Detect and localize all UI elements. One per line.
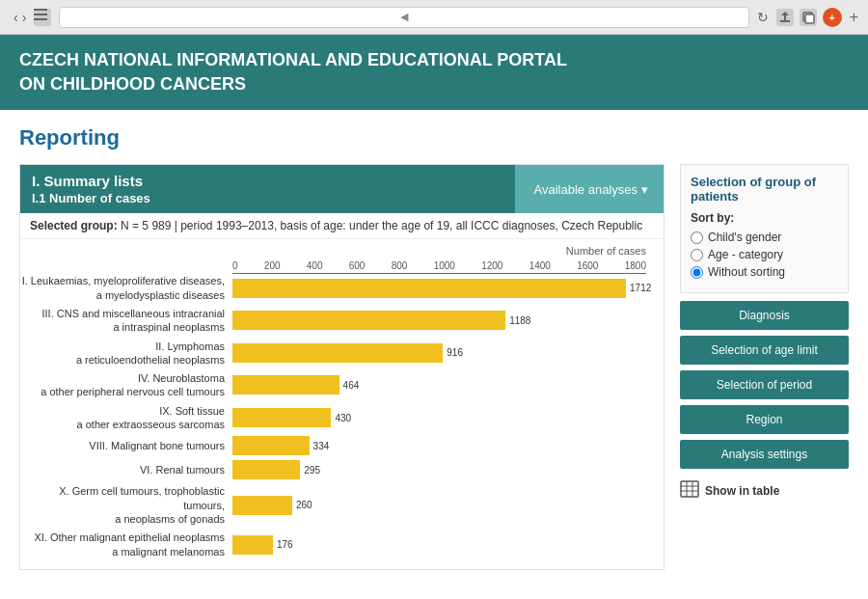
svg-rect-2 bbox=[34, 18, 47, 20]
table-icon bbox=[680, 480, 699, 502]
address-bar[interactable]: ◀ bbox=[59, 7, 748, 28]
duplicate-icon[interactable] bbox=[800, 9, 817, 26]
selected-group: Selected group: N = 5 989 | period 1993–… bbox=[20, 213, 664, 239]
extension-icon[interactable]: + bbox=[823, 8, 842, 27]
bar-5 bbox=[232, 436, 310, 455]
bar-area-7: 260 bbox=[232, 496, 654, 515]
sort-gender-label: Child's gender bbox=[708, 231, 781, 244]
svg-rect-0 bbox=[34, 9, 47, 11]
chart-label-5: VIII. Malignant bone tumours bbox=[20, 439, 232, 452]
main-layout: I. Summary lists I.1 Number of cases Ava… bbox=[19, 164, 849, 579]
bar-value-7: 260 bbox=[296, 500, 312, 510]
chart-row-6: VI. Renal tumours295 bbox=[20, 460, 654, 479]
refresh-icon[interactable]: ↻ bbox=[757, 10, 769, 25]
group-selection-title: Selection of group of patients bbox=[691, 175, 838, 204]
chart-label-7: X. Germ cell tumours, trophoblastic tumo… bbox=[20, 484, 232, 526]
chart-row-7: X. Germ cell tumours, trophoblastic tumo… bbox=[20, 484, 654, 526]
bar-value-3: 464 bbox=[343, 380, 360, 391]
bar-area-5: 334 bbox=[232, 436, 654, 455]
sort-gender-option[interactable]: Child's gender bbox=[691, 231, 838, 244]
group-selection-panel: Selection of group of patients Sort by: … bbox=[680, 164, 849, 293]
right-panel: Selection of group of patients Sort by: … bbox=[680, 164, 849, 579]
bar-value-5: 334 bbox=[313, 441, 330, 451]
svg-rect-6 bbox=[681, 481, 698, 497]
chart-row-4: IX. Soft tissuea other extraosseous sarc… bbox=[20, 404, 654, 432]
nav-arrows[interactable]: ‹ › bbox=[14, 10, 26, 25]
bar-3 bbox=[232, 375, 339, 395]
chart-label-2: II. Lymphomasa reticuloendothelial neopl… bbox=[20, 340, 232, 368]
chart-label-4: IX. Soft tissuea other extraosseous sarc… bbox=[20, 404, 232, 432]
axis-row: 020040060080010001200140016001800 bbox=[20, 260, 654, 274]
bar-value-6: 295 bbox=[304, 465, 320, 476]
svg-rect-3 bbox=[780, 20, 790, 22]
summary-main-title: I. Summary lists bbox=[32, 173, 150, 189]
bar-0 bbox=[232, 279, 626, 298]
axis-numbers: 020040060080010001200140016001800 bbox=[232, 260, 654, 274]
sort-age-radio[interactable] bbox=[691, 249, 703, 261]
chart-row-3: IV. Neuroblastomaa other peripheral nerv… bbox=[20, 371, 654, 399]
summary-panel: I. Summary lists I.1 Number of cases Ava… bbox=[19, 164, 665, 569]
bar-area-3: 464 bbox=[232, 375, 654, 395]
summary-header: I. Summary lists I.1 Number of cases Ava… bbox=[20, 165, 664, 213]
chart-label-0: I. Leukaemias, myeloproliferative diseas… bbox=[20, 274, 232, 302]
bar-4 bbox=[232, 408, 331, 427]
chart-row-1: III. CNS and miscellaneous intracraniala… bbox=[20, 307, 654, 335]
analysis-settings-button[interactable]: Analysis settings bbox=[680, 440, 849, 469]
age-limit-button[interactable]: Selection of age limit bbox=[680, 336, 849, 365]
sort-age-label: Age - category bbox=[708, 248, 783, 261]
chart-container: Number of cases 020040060080010001200140… bbox=[20, 239, 664, 568]
browser-actions: + bbox=[776, 8, 842, 27]
bar-value-8: 176 bbox=[277, 539, 293, 550]
chart-row-5: VIII. Malignant bone tumours334 bbox=[20, 436, 654, 455]
summary-sub-title: I.1 Number of cases bbox=[32, 189, 150, 205]
browser-chrome: ‹ › ◀ ↻ + + bbox=[0, 0, 868, 35]
left-panel: I. Summary lists I.1 Number of cases Ava… bbox=[19, 164, 665, 579]
region-button[interactable]: Region bbox=[680, 405, 849, 434]
full-chart: 020040060080010001200140016001800 I. Leu… bbox=[20, 260, 654, 562]
new-tab-btn[interactable]: + bbox=[850, 9, 858, 26]
address-text: ◀ bbox=[400, 11, 408, 23]
back-btn[interactable]: ‹ bbox=[14, 10, 18, 25]
chart-row-8: XI. Other malignant epithelial neoplasms… bbox=[20, 531, 654, 558]
bar-area-1: 1188 bbox=[232, 311, 654, 330]
bar-7 bbox=[232, 496, 292, 515]
chart-rows: I. Leukaemias, myeloproliferative diseas… bbox=[20, 274, 654, 562]
chart-label-8: XI. Other malignant epithelial neoplasms… bbox=[20, 531, 232, 558]
chart-row-0: I. Leukaemias, myeloproliferative diseas… bbox=[20, 274, 654, 302]
analyses-button[interactable]: Available analyses ▾ bbox=[515, 165, 664, 213]
chart-label-1: III. CNS and miscellaneous intracraniala… bbox=[20, 307, 232, 335]
sort-gender-radio[interactable] bbox=[691, 231, 703, 244]
bar-value-0: 1712 bbox=[630, 283, 651, 293]
period-button[interactable]: Selection of period bbox=[680, 370, 849, 399]
bar-8 bbox=[232, 535, 273, 555]
diagnosis-button[interactable]: Diagnosis bbox=[680, 301, 849, 330]
chart-label-3: IV. Neuroblastomaa other peripheral nerv… bbox=[20, 371, 232, 399]
bar-value-1: 1188 bbox=[509, 315, 530, 326]
share-icon[interactable] bbox=[776, 9, 794, 26]
page-title: Reporting bbox=[19, 125, 849, 150]
bar-2 bbox=[232, 343, 443, 363]
svg-rect-1 bbox=[34, 14, 47, 15]
sort-none-radio[interactable] bbox=[691, 266, 703, 279]
show-table-button[interactable]: Show in table bbox=[680, 475, 849, 507]
sort-none-option[interactable]: Without sorting bbox=[691, 265, 838, 279]
bar-area-0: 1712 bbox=[232, 279, 654, 298]
svg-rect-5 bbox=[805, 14, 814, 23]
bar-area-8: 176 bbox=[232, 535, 654, 555]
bar-6 bbox=[232, 460, 300, 479]
bar-value-2: 916 bbox=[447, 347, 463, 358]
bar-area-4: 430 bbox=[232, 408, 654, 427]
forward-btn[interactable]: › bbox=[22, 10, 27, 25]
sort-label: Sort by: bbox=[691, 211, 838, 225]
sidebar-btn[interactable] bbox=[34, 9, 51, 26]
bar-area-2: 916 bbox=[232, 343, 654, 363]
chart-y-label: Number of cases bbox=[20, 245, 654, 257]
sort-age-option[interactable]: Age - category bbox=[691, 248, 838, 261]
show-table-label: Show in table bbox=[705, 484, 779, 498]
chart-label-6: VI. Renal tumours bbox=[20, 463, 232, 476]
chevron-down-icon: ▾ bbox=[641, 182, 648, 197]
summary-title-block: I. Summary lists I.1 Number of cases bbox=[20, 165, 162, 213]
bar-value-4: 430 bbox=[335, 413, 351, 423]
sort-none-label: Without sorting bbox=[708, 265, 785, 279]
chart-row-2: II. Lymphomasa reticuloendothelial neopl… bbox=[20, 340, 654, 368]
